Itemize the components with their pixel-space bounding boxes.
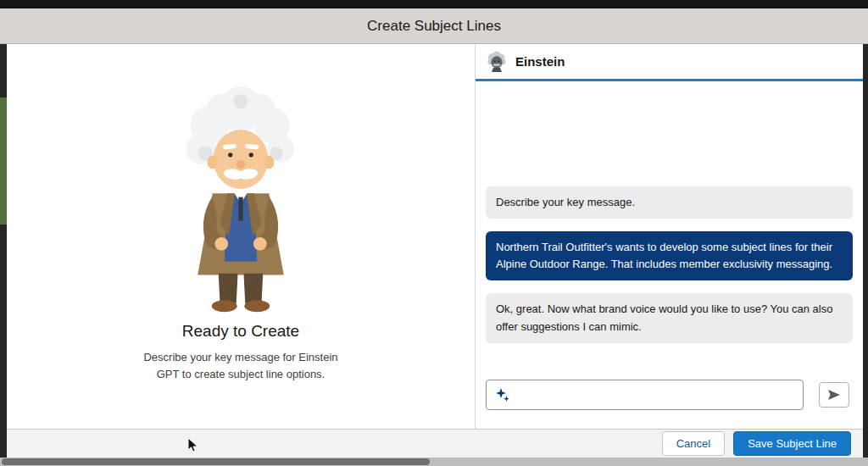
- create-subject-lines-modal: Ready to Create Describe your key messag…: [7, 44, 863, 429]
- chat-transcript: Describe your key message. Northern Trai…: [476, 81, 863, 380]
- modal-title-bar: Create Subject Lines: [0, 8, 868, 44]
- einstein-panel: Einstein Describe your key message. Nort…: [475, 44, 863, 429]
- left-panel: Ready to Create Describe your key messag…: [7, 44, 475, 429]
- background-left-edge: [0, 44, 7, 458]
- send-button[interactable]: [819, 382, 849, 408]
- screen: Create Subject Lines: [0, 0, 868, 466]
- cancel-button[interactable]: Cancel: [662, 431, 725, 456]
- sparkle-icon: [495, 387, 510, 402]
- horizontal-scrollbar[interactable]: [0, 458, 868, 466]
- ready-to-create-heading: Ready to Create: [182, 322, 299, 341]
- assistant-message: Describe your key message.: [486, 186, 853, 219]
- modal-footer: Cancel Save Subject Line: [7, 429, 863, 458]
- chat-input-row: [476, 380, 863, 429]
- einstein-panel-header: Einstein: [476, 44, 863, 81]
- background-page-fragment: [0, 97, 7, 225]
- assistant-message: Ok, great. Now what brand voice would yo…: [486, 293, 853, 342]
- background-right-edge: [863, 44, 868, 458]
- einstein-illustration: [139, 76, 342, 313]
- einstein-icon: [486, 51, 508, 73]
- send-icon: [827, 389, 841, 401]
- einstein-character-icon: [152, 76, 330, 313]
- modal-title: Create Subject Lines: [367, 18, 501, 35]
- user-message: Northern Trail Outfitter's wants to deve…: [486, 231, 853, 280]
- einstein-panel-title: Einstein: [515, 54, 565, 69]
- message-input[interactable]: [518, 389, 794, 402]
- chat-input-box[interactable]: [486, 380, 804, 410]
- ready-to-create-description: Describe your key message for Einstein G…: [139, 349, 342, 383]
- save-subject-line-button[interactable]: Save Subject Line: [733, 431, 851, 456]
- horizontal-scrollbar-thumb[interactable]: [2, 458, 430, 465]
